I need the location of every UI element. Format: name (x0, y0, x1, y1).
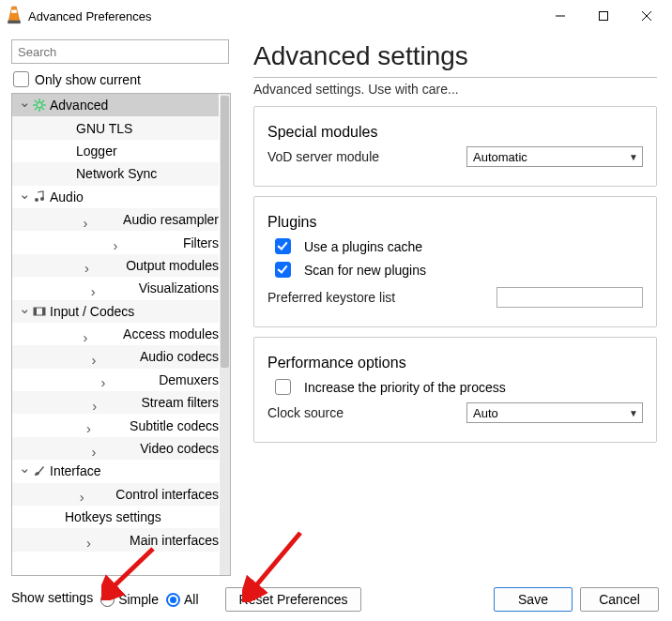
clock-select[interactable]: Auto ▼ (466, 402, 643, 423)
svg-rect-1 (8, 21, 21, 23)
maximize-button[interactable] (582, 2, 625, 30)
show-settings-label: Show settings (11, 590, 93, 605)
svg-line-14 (35, 108, 37, 110)
chevron-right-icon[interactable] (48, 368, 155, 391)
tree-item[interactable]: Main interfaces (12, 528, 219, 551)
vod-select[interactable]: Automatic ▼ (466, 146, 643, 167)
reset-preferences-button[interactable]: Reset Preferences (225, 587, 362, 612)
page-heading: Advanced settings (253, 41, 657, 78)
tree-scrollbar[interactable] (220, 94, 230, 575)
simple-label: Simple (118, 592, 159, 607)
tree-item-label: Advanced (48, 98, 108, 113)
chevron-down-icon[interactable] (18, 97, 31, 114)
chevron-right-icon[interactable] (48, 528, 126, 552)
category-icon (31, 305, 48, 318)
chevron-down-icon[interactable] (18, 462, 31, 479)
chevron-down-icon[interactable] (18, 303, 31, 320)
chevron-right-icon[interactable] (48, 208, 119, 232)
priority-label: Increase the priority of the process (304, 380, 506, 395)
chevron-right-icon[interactable] (48, 253, 122, 277)
tree-item[interactable]: Video codecs (12, 437, 219, 460)
tree-item[interactable]: Audio (12, 186, 219, 208)
app-icon (6, 8, 23, 24)
category-icon (31, 98, 48, 112)
tree-item[interactable]: Hotkeys settings (12, 506, 219, 528)
chevron-right-icon[interactable] (48, 391, 138, 415)
scan-plugins-checkbox[interactable] (275, 262, 291, 278)
chevron-down-icon: ▼ (629, 152, 638, 162)
cancel-button[interactable]: Cancel (580, 587, 659, 612)
tree-item-label: Network Sync (74, 166, 157, 181)
chevron-right-icon[interactable] (48, 482, 112, 506)
tree-item[interactable]: Audio resampler (12, 208, 219, 231)
tree-item-label: Subtitle codecs (128, 418, 219, 433)
tree-item[interactable]: Visualizations (12, 277, 219, 299)
save-button[interactable]: Save (494, 587, 573, 612)
tree-item[interactable]: Input / Codecs (12, 300, 219, 323)
chevron-down-icon[interactable] (18, 189, 31, 205)
group-legend: Performance options (267, 355, 643, 371)
group-legend: Special modules (267, 124, 643, 141)
scan-plugins-label: Scan for new plugins (304, 263, 426, 278)
tree-item-label: Output modules (124, 258, 219, 273)
svg-line-11 (35, 100, 37, 102)
page-subheading: Advanced settings. Use with care... (253, 82, 657, 97)
tree-item[interactable]: Subtitle codecs (12, 414, 219, 436)
tree-item-label: Main interfaces (128, 533, 219, 548)
tree-item-label: Hotkeys settings (63, 509, 161, 524)
tree-item[interactable]: Stream filters (12, 391, 219, 414)
vod-select-value: Automatic (473, 150, 527, 164)
chevron-right-icon[interactable] (48, 437, 136, 461)
plugins-cache-label: Use a plugins cache (304, 239, 422, 254)
category-icon (31, 464, 48, 477)
svg-point-6 (37, 102, 42, 108)
tree-item[interactable]: Interface (12, 460, 219, 482)
tree-item[interactable]: Network Sync (12, 162, 219, 185)
tree-item[interactable]: Filters (12, 231, 219, 253)
chevron-right-icon[interactable] (48, 414, 126, 437)
tree-item[interactable]: Control interfaces (12, 483, 219, 506)
tree-item-label: Logger (74, 144, 117, 159)
tree-item-label: Video codecs (138, 441, 219, 456)
priority-checkbox[interactable] (275, 379, 291, 395)
category-icon (31, 190, 48, 204)
chevron-right-icon[interactable] (48, 323, 119, 346)
tree-item[interactable]: GNU TLS (12, 116, 219, 139)
close-button[interactable] (625, 2, 668, 30)
tree-item-label: Stream filters (140, 395, 219, 410)
tree-item[interactable]: Logger (12, 140, 219, 162)
vod-label: VoD server module (267, 149, 466, 164)
svg-rect-19 (42, 308, 45, 315)
tree-item-label: Interface (48, 463, 100, 478)
keystore-input[interactable] (496, 287, 643, 308)
tree-item-label: Input / Codecs (48, 304, 134, 319)
svg-rect-18 (34, 308, 37, 315)
tree-item[interactable]: Output modules (12, 254, 219, 277)
only-show-current-checkbox[interactable] (13, 71, 29, 87)
chevron-right-icon[interactable] (48, 277, 135, 300)
plugins-cache-checkbox[interactable] (275, 238, 291, 254)
chevron-right-icon[interactable] (48, 345, 136, 369)
chevron-right-icon[interactable] (48, 231, 179, 254)
tree-item[interactable]: Audio codecs (12, 345, 219, 368)
svg-line-12 (42, 108, 44, 110)
clock-label: Clock source (267, 405, 466, 420)
performance-group: Performance options Increase the priorit… (253, 337, 657, 443)
tree-item-label: Access modules (121, 326, 219, 341)
group-legend: Plugins (267, 214, 643, 231)
window-title: Advanced Preferences (28, 9, 539, 23)
tree-item[interactable]: Access modules (12, 323, 219, 345)
search-input[interactable] (11, 39, 229, 64)
keystore-label: Preferred keystore list (267, 290, 496, 305)
svg-rect-3 (600, 12, 608, 21)
all-radio[interactable] (166, 593, 180, 607)
tree-item[interactable]: Demuxers (12, 369, 219, 391)
simple-radio[interactable] (100, 593, 115, 607)
minimize-button[interactable] (539, 2, 582, 30)
chevron-down-icon: ▼ (629, 408, 638, 418)
tree-item-label: Visualizations (137, 280, 219, 295)
tree-item[interactable]: Advanced (12, 94, 219, 116)
tree-item-label: Control interfaces (114, 487, 219, 502)
clock-select-value: Auto (473, 406, 498, 420)
svg-rect-0 (11, 9, 17, 12)
